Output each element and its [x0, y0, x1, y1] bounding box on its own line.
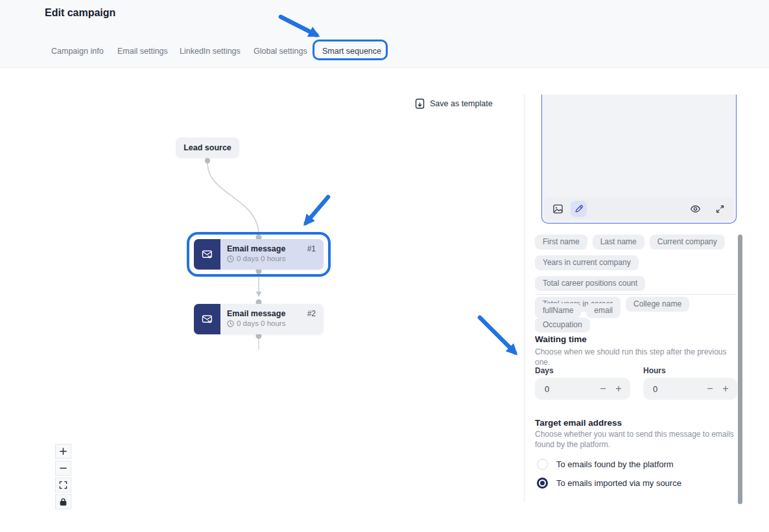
- radio-option-emails-found[interactable]: To emails found by the platform: [537, 459, 674, 470]
- page-header: Edit campaign Campaign info Email settin…: [0, 0, 769, 68]
- save-as-template-button[interactable]: Save as template: [415, 98, 493, 109]
- radio-label: To emails found by the platform: [556, 459, 674, 469]
- tab-smart-sequence[interactable]: Smart sequence: [322, 47, 381, 56]
- fit-view-icon: [59, 481, 67, 489]
- target-email-description: Choose whether you want to send this mes…: [535, 429, 740, 450]
- lead-source-label: Lead source: [183, 143, 231, 152]
- step-number: #1: [307, 244, 316, 253]
- step-wait-time: 0 days 0 hours: [237, 319, 285, 327]
- target-email-title: Target email address: [535, 418, 622, 428]
- days-label: Days: [535, 366, 554, 375]
- chip-email[interactable]: email: [586, 303, 621, 318]
- plus-icon: [59, 447, 67, 456]
- minus-icon: [59, 464, 67, 472]
- step-title: Email message: [227, 309, 307, 318]
- lead-source-node[interactable]: Lead source: [176, 137, 239, 158]
- waiting-time-title: Waiting time: [535, 334, 587, 344]
- editor-toolbar: [544, 198, 734, 220]
- hours-label: Hours: [643, 366, 666, 375]
- edit-text-button[interactable]: [571, 201, 587, 217]
- email-step-node-1[interactable]: Email message #1 0 days 0 hours: [194, 239, 324, 270]
- tab-global-settings[interactable]: Global settings: [254, 47, 307, 56]
- canvas-controls: [55, 444, 71, 509]
- email-send-icon: [194, 304, 220, 334]
- hours-increment-button[interactable]: +: [718, 381, 733, 397]
- step-wait-time: 0 days 0 hours: [237, 255, 285, 262]
- eye-icon: [690, 203, 701, 214]
- hours-input[interactable]: [653, 384, 702, 394]
- panel-scrollbar[interactable]: [738, 235, 742, 504]
- chip-current-company[interactable]: Current company: [650, 235, 725, 249]
- hours-decrement-button[interactable]: −: [702, 381, 718, 397]
- zoom-in-button[interactable]: [55, 444, 71, 459]
- chip-last-name[interactable]: Last name: [593, 235, 645, 249]
- custom-chips: fullName email: [535, 303, 727, 318]
- radio-button-selected[interactable]: [537, 478, 548, 489]
- panel-divider: [524, 95, 525, 502]
- email-step-node-2[interactable]: Email message #2 0 days 0 hours: [194, 304, 324, 334]
- days-input[interactable]: [545, 384, 595, 394]
- days-stepper: − +: [535, 378, 630, 400]
- radio-label: To emails imported via my source: [556, 478, 681, 488]
- tab-campaign-info[interactable]: Campaign info: [51, 47, 104, 56]
- chip-years-in-current-company[interactable]: Years in current company: [535, 255, 639, 270]
- file-plus-icon: [415, 98, 425, 109]
- tab-linkedin-settings[interactable]: LinkedIn settings: [180, 47, 241, 56]
- tab-email-settings[interactable]: Email settings: [117, 47, 168, 56]
- insert-image-button[interactable]: [550, 201, 566, 217]
- email-send-icon: [194, 239, 220, 270]
- clock-icon: [227, 255, 234, 262]
- radio-option-emails-imported[interactable]: To emails imported via my source: [537, 478, 681, 489]
- waiting-time-description: Choose when we should run this step afte…: [535, 347, 740, 367]
- chips-divider: [535, 294, 736, 295]
- annotation-arrow-email-step: [306, 197, 328, 223]
- lock-icon: [59, 498, 67, 506]
- chip-occupation[interactable]: Occupation: [535, 318, 590, 332]
- step-title: Email message: [227, 244, 307, 253]
- days-decrement-button[interactable]: −: [595, 381, 611, 397]
- lock-button[interactable]: [55, 494, 71, 509]
- radio-button-unselected[interactable]: [537, 459, 548, 470]
- editor-toolbar-right: [687, 201, 728, 217]
- expand-icon: [715, 204, 725, 214]
- page-title: Edit campaign: [45, 7, 115, 19]
- preview-button[interactable]: [687, 201, 704, 217]
- step-number: #2: [307, 309, 316, 318]
- hours-stepper: − +: [643, 378, 737, 400]
- save-as-template-label: Save as template: [430, 99, 493, 108]
- days-increment-button[interactable]: +: [611, 381, 626, 397]
- annotation-arrow-waiting-time: [480, 318, 515, 353]
- chip-first-name[interactable]: First name: [535, 235, 587, 249]
- edit-campaign-page: Edit campaign Campaign info Email settin…: [0, 0, 769, 532]
- chip-fullname[interactable]: fullName: [535, 303, 581, 318]
- clock-icon: [227, 320, 234, 327]
- pencil-icon: [574, 203, 584, 214]
- message-editor[interactable]: [541, 95, 737, 224]
- chip-total-career-positions-count[interactable]: Total career positions count: [535, 276, 645, 291]
- fit-view-button[interactable]: [55, 478, 71, 492]
- zoom-out-button[interactable]: [55, 461, 71, 476]
- image-icon: [552, 203, 563, 214]
- expand-editor-button[interactable]: [712, 201, 728, 217]
